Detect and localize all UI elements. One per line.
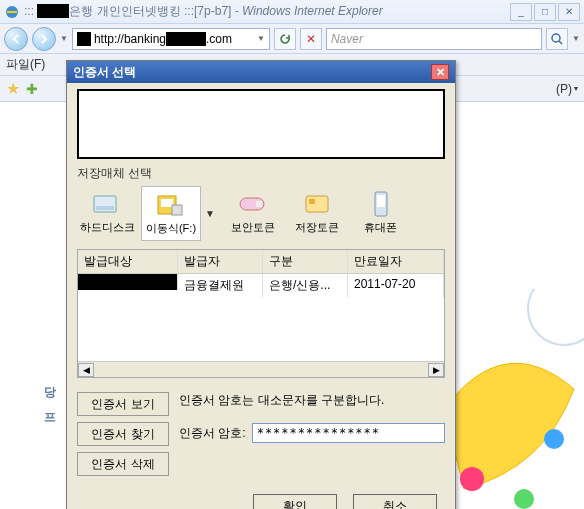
media-removable[interactable]: 이동식(F:) xyxy=(141,186,201,241)
address-bar[interactable]: http://banking XXXXX .com ▼ xyxy=(72,28,270,50)
security-token-icon xyxy=(237,190,269,218)
stop-button[interactable]: ✕ xyxy=(300,28,322,50)
svg-point-3 xyxy=(460,467,484,491)
svg-rect-14 xyxy=(309,199,315,204)
table-body-empty xyxy=(78,297,444,361)
storage-media-label: 저장매체 선택 xyxy=(77,165,445,182)
toolbar-p-dropdown-icon[interactable]: ▾ xyxy=(574,84,578,93)
table-hscrollbar[interactable]: ◀ ▶ xyxy=(78,361,444,377)
scroll-right-icon[interactable]: ▶ xyxy=(428,363,444,377)
window-title: ::: XXXX은행 개인인터넷뱅킹 :::[7p-b7] - Windows … xyxy=(24,3,510,20)
ok-button[interactable]: 확인 xyxy=(253,494,337,509)
menu-file[interactable]: 파일(F) xyxy=(6,56,45,73)
password-hint: 인증서 암호는 대소문자를 구분합니다. xyxy=(179,392,445,409)
url-dropdown-icon[interactable]: ▼ xyxy=(257,34,265,43)
certificate-dialog: 인증서 선택 ✕ 저장매체 선택 하드디스크 이동식(F:) ▼ xyxy=(66,60,456,509)
scroll-left-icon[interactable]: ◀ xyxy=(78,363,94,377)
store-token-icon xyxy=(301,190,333,218)
col-type[interactable]: 구분 xyxy=(263,250,348,273)
ie-icon xyxy=(4,4,20,20)
svg-point-2 xyxy=(528,289,584,345)
cell-issuer: 금융결제원 xyxy=(178,274,263,297)
dialog-title: 인증서 선택 xyxy=(73,64,136,81)
svg-rect-7 xyxy=(96,206,114,210)
url-prefix: http://banking xyxy=(94,32,166,46)
col-issuer[interactable]: 발급자 xyxy=(178,250,263,273)
delete-cert-button[interactable]: 인증서 삭제 xyxy=(77,452,169,476)
search-dropdown-icon[interactable]: ▼ xyxy=(572,34,580,43)
svg-point-5 xyxy=(514,489,534,509)
svg-rect-9 xyxy=(161,199,173,207)
media-phone[interactable]: 휴대폰 xyxy=(351,186,411,239)
search-button[interactable] xyxy=(546,28,568,50)
toolbar-p-label[interactable]: (P) xyxy=(556,82,572,96)
storage-media-row: 하드디스크 이동식(F:) ▼ 보안토큰 저장토큰 xyxy=(77,186,445,241)
password-input[interactable] xyxy=(252,423,445,443)
url-suffix: .com xyxy=(206,32,232,46)
search-placeholder: Naver xyxy=(331,32,363,46)
dialog-logo-area xyxy=(77,89,445,159)
svg-rect-10 xyxy=(172,205,182,215)
svg-point-1 xyxy=(552,34,560,42)
media-harddisk[interactable]: 하드디스크 xyxy=(77,186,137,239)
media-security-token[interactable]: 보안토큰 xyxy=(223,186,283,239)
browser-navbar: ▼ http://banking XXXXX .com ▼ ✕ Naver ▼ xyxy=(0,24,584,54)
maximize-button[interactable]: □ xyxy=(534,3,556,21)
find-cert-button[interactable]: 인증서 찾기 xyxy=(77,422,169,446)
view-cert-button[interactable]: 인증서 보기 xyxy=(77,392,169,416)
browser-titlebar: ::: XXXX은행 개인인터넷뱅킹 :::[7p-b7] - Windows … xyxy=(0,0,584,24)
close-window-button[interactable]: ✕ xyxy=(558,3,580,21)
svg-rect-16 xyxy=(377,195,385,207)
media-store-token[interactable]: 저장토큰 xyxy=(287,186,347,239)
cell-subject xyxy=(78,274,178,290)
col-subject[interactable]: 발급대상 xyxy=(78,250,178,273)
back-button[interactable] xyxy=(4,27,28,51)
cell-expiry: 2011-07-20 xyxy=(348,274,444,297)
dialog-close-button[interactable]: ✕ xyxy=(431,64,449,80)
cell-type: 은행/신용... xyxy=(263,274,348,297)
nav-dropdown-icon[interactable]: ▼ xyxy=(60,34,68,43)
forward-button[interactable] xyxy=(32,27,56,51)
certificate-table: 발급대상 발급자 구분 만료일자 금융결제원 은행/신용... 2011-07-… xyxy=(77,249,445,378)
dialog-titlebar: 인증서 선택 ✕ xyxy=(67,61,455,83)
table-header: 발급대상 발급자 구분 만료일자 xyxy=(78,250,444,274)
table-row[interactable]: 금융결제원 은행/신용... 2011-07-20 xyxy=(78,274,444,297)
search-box[interactable]: Naver xyxy=(326,28,542,50)
page-heading: 당 프 xyxy=(44,384,56,426)
refresh-button[interactable] xyxy=(274,28,296,50)
removable-disk-icon xyxy=(155,191,187,219)
phone-icon xyxy=(365,190,397,218)
cancel-button[interactable]: 취소 xyxy=(353,494,437,509)
minimize-button[interactable]: _ xyxy=(510,3,532,21)
svg-rect-12 xyxy=(256,201,262,207)
favorites-icon[interactable]: ★ xyxy=(6,79,20,98)
svg-point-4 xyxy=(544,429,564,449)
media-dropdown-icon[interactable]: ▼ xyxy=(205,208,215,219)
harddisk-icon xyxy=(91,190,123,218)
col-expiry[interactable]: 만료일자 xyxy=(348,250,444,273)
add-favorite-icon[interactable]: ✚ xyxy=(26,81,38,97)
password-label: 인증서 암호: xyxy=(179,425,246,442)
